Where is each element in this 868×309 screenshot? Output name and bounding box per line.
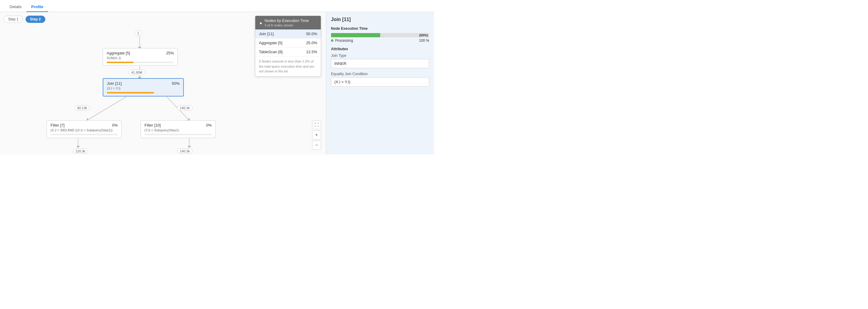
edge-label-41m: 41.95M xyxy=(128,70,145,75)
svg-line-2 xyxy=(87,97,126,120)
agg-label: Aggregate [5] xyxy=(106,51,130,55)
filter10-progress xyxy=(145,134,212,135)
nodes-row-agg[interactable]: Aggregate [5] 25.0% xyxy=(255,38,321,48)
equality-join-label: Equality Join Condition xyxy=(331,72,429,76)
nodes-row-agg-label: Aggregate [5] xyxy=(259,40,282,45)
nodes-row-tablescan[interactable]: TableScan [8] 12.5% xyxy=(255,48,321,57)
agg-pct: 25% xyxy=(166,51,174,55)
attributes-label: Attributes xyxy=(331,47,429,51)
map-controls: ⛶ + − xyxy=(312,120,321,150)
processing-row: Processing 100 % xyxy=(331,38,429,43)
nodes-panel: ▲ Nodes by Execution Time 3 of 8 nodes s… xyxy=(255,16,321,77)
steps-bar: Step 1 Step 2 xyxy=(4,16,45,23)
step1-button[interactable]: Step 1 xyxy=(4,16,23,23)
right-panel-title: Join [11] xyxy=(331,17,429,22)
step2-button[interactable]: Step 2 xyxy=(26,16,45,23)
node-exec-time-label: Node Execution Time xyxy=(331,26,429,31)
edge-label-1: 1 xyxy=(134,31,142,36)
agg-sub: SUM(X.J) xyxy=(106,56,174,60)
tabs-bar: Details Profile xyxy=(0,0,434,12)
join-sub: (X.I = Y.I) xyxy=(107,87,180,90)
filter7-pct: 0% xyxy=(112,123,118,128)
filter7-sub: (X.J > 300) AND ((X.I) < Subquery(Step1)… xyxy=(51,128,118,132)
minus-icon: − xyxy=(315,143,318,148)
node-filter7[interactable]: Filter [7] 0% (X.J > 300) AND ((X.I) < S… xyxy=(46,120,122,138)
nodes-panel-sub: 3 of 8 nodes shown xyxy=(265,24,309,27)
join-type-label: Join Type xyxy=(331,54,429,58)
node-aggregate[interactable]: Aggregate [5] 25% SUM(X.J) xyxy=(103,48,178,66)
join-type-value: INNER xyxy=(331,59,429,68)
processing-value: 100 % xyxy=(419,38,429,43)
nodes-row-join-pct: 50.0% xyxy=(306,32,317,36)
nodes-row-agg-pct: 25.0% xyxy=(306,40,317,45)
filter7-label: Filter [7] xyxy=(51,123,65,128)
nodes-panel-note: 5 Nodes execute in less than 1.0% of the… xyxy=(255,57,321,76)
fullscreen-icon: ⛶ xyxy=(314,123,319,127)
nodes-row-join[interactable]: Join [11] 50.0% xyxy=(255,29,321,38)
edge-label-120k: 120.3k xyxy=(73,148,88,154)
edge-label-140k-upper: 140.3k xyxy=(177,105,192,111)
fullscreen-button[interactable]: ⛶ xyxy=(312,120,321,129)
collapse-icon[interactable]: ▲ xyxy=(259,21,263,25)
processing-label: Processing xyxy=(335,38,353,43)
node-join[interactable]: Join [11] 50% (X.I = Y.I) xyxy=(103,78,184,96)
plus-icon: + xyxy=(315,133,318,137)
exec-time-bar-label: (50%) xyxy=(419,33,428,37)
tab-profile[interactable]: Profile xyxy=(26,2,48,12)
zoom-out-button[interactable]: − xyxy=(312,141,321,150)
node-filter10[interactable]: Filter [10] 0% (Y.I) < Subquery(Step1) xyxy=(141,120,216,138)
filter10-label: Filter [10] xyxy=(145,123,161,128)
nodes-panel-header: ▲ Nodes by Execution Time 3 of 8 nodes s… xyxy=(255,16,321,29)
nodes-row-tablescan-label: TableScan [8] xyxy=(259,50,283,54)
main-container: Step 1 Step 2 1 xyxy=(0,12,434,154)
nodes-row-tablescan-pct: 12.5% xyxy=(306,50,317,54)
filter10-sub: (Y.I) < Subquery(Step1) xyxy=(145,128,212,132)
edge-label-140k-lower: 140.3k xyxy=(177,148,192,154)
agg-progress xyxy=(106,62,174,63)
zoom-in-button[interactable]: + xyxy=(312,131,321,139)
join-label: Join [11] xyxy=(107,81,122,86)
join-progress xyxy=(107,92,180,93)
right-panel: Join [11] Node Execution Time (50%) Proc… xyxy=(326,12,434,154)
exec-time-bar: (50%) xyxy=(331,33,429,37)
nodes-row-join-label: Join [11] xyxy=(259,32,274,36)
edge-label-60k: 60.13k xyxy=(74,105,90,111)
tab-details[interactable]: Details xyxy=(5,2,26,12)
join-pct: 50% xyxy=(172,81,180,86)
processing-dot xyxy=(331,39,333,42)
equality-join-value: (X.I = Y.I) xyxy=(331,77,429,87)
graph-area: Step 1 Step 2 1 xyxy=(0,12,326,154)
filter7-progress xyxy=(51,134,118,135)
filter10-pct: 0% xyxy=(206,123,212,128)
nodes-panel-title: Nodes by Execution Time xyxy=(265,18,309,23)
